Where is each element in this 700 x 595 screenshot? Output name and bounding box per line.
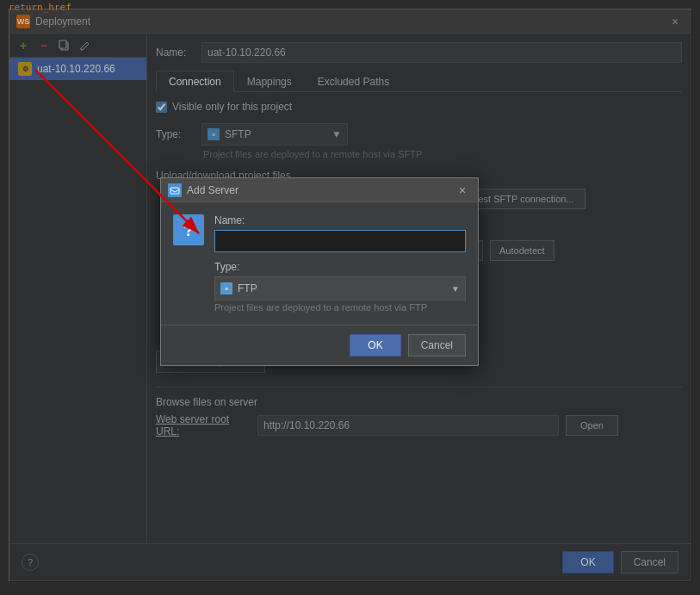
dialog-question-icon: ?: [173, 214, 204, 245]
dialog-icon: [168, 183, 182, 197]
dialog-ok-button[interactable]: OK: [350, 334, 400, 356]
dialog-name-input[interactable]: [214, 230, 466, 252]
dialog-type-value: FTP: [238, 282, 257, 294]
dialog-fields: Name: Type: ≡ FTP ▼ Project files are de…: [214, 214, 466, 313]
dialog-type-field: Type: ≡ FTP ▼ Project files are deployed…: [214, 261, 466, 313]
dialog-cancel-button[interactable]: Cancel: [408, 334, 466, 356]
ftp-icon: ≡: [220, 282, 232, 294]
dialog-title-bar: Add Server ×: [161, 178, 478, 202]
svg-rect-2: [170, 188, 179, 194]
dialog-title-text: Add Server: [187, 184, 238, 196]
dialog-body: ? Name: Type: ≡ FTP ▼ Project files are …: [161, 202, 478, 325]
dialog-title-left: Add Server: [168, 183, 238, 197]
dialog-name-field: Name:: [214, 214, 466, 252]
dialog-type-hint: Project files are deployed to a remote h…: [214, 302, 466, 313]
dialog-close-button[interactable]: ×: [454, 182, 471, 199]
dialog-footer: OK Cancel: [161, 325, 478, 365]
dialog-type-label: Type:: [214, 261, 466, 273]
dialog-type-select[interactable]: ≡ FTP ▼: [214, 276, 466, 301]
dialog-type-arrow-icon: ▼: [451, 284, 460, 294]
add-server-dialog: Add Server × ? Name: Type: ≡ FTP ▼ Pro: [160, 177, 479, 366]
dialog-name-label: Name:: [214, 214, 466, 226]
deployment-window: WS Deployment × + −: [9, 9, 691, 581]
